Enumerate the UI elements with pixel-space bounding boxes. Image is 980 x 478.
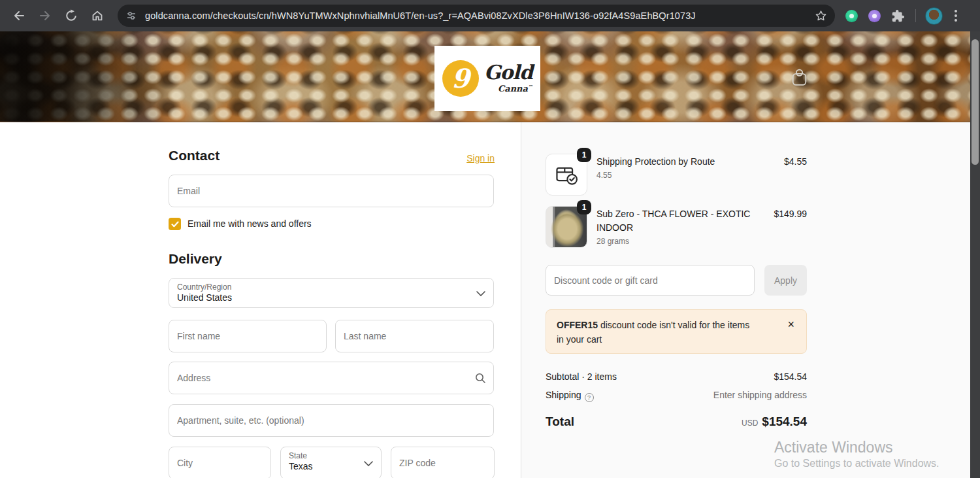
shipping-label: Shipping?: [546, 390, 594, 402]
discount-warning-banner: OFFER15 discount code isn't valid for th…: [546, 309, 807, 354]
item-title: Shipping Protection by Route: [596, 155, 760, 169]
email-field[interactable]: [169, 175, 494, 207]
total-row: Total USD$154.54: [546, 415, 807, 429]
address-field[interactable]: [169, 362, 494, 394]
browser-menu-icon[interactable]: [952, 7, 960, 24]
subtotal-label: Subtotal · 2 items: [546, 371, 617, 382]
item-variant: 28 grams: [596, 237, 760, 246]
address-bar[interactable]: goldcanna.com/checkouts/cn/hWN8YuTMWxNph…: [118, 5, 835, 27]
browser-toolbar: goldcanna.com/checkouts/cn/hWN8YuTMWxNph…: [0, 0, 980, 31]
apartment-field[interactable]: [169, 404, 494, 437]
chevron-down-icon: [364, 457, 373, 469]
warning-message: OFFER15 discount code isn't valid for th…: [557, 318, 759, 347]
forward-icon[interactable]: [34, 5, 56, 27]
bookmark-star-icon[interactable]: [815, 10, 827, 22]
apply-button[interactable]: Apply: [764, 265, 807, 296]
store-logo[interactable]: 9 Gold Canna™: [434, 46, 540, 111]
subtotal-value: $154.54: [774, 371, 807, 382]
country-select[interactable]: Country/Region United States: [169, 278, 494, 308]
chevron-down-icon: [476, 287, 485, 299]
zip-field[interactable]: [391, 447, 495, 478]
currency-code: USD: [742, 418, 758, 428]
site-info-icon[interactable]: [123, 7, 140, 24]
discount-code-field[interactable]: [546, 265, 755, 296]
cart-icon[interactable]: [791, 67, 808, 90]
check-icon: [171, 221, 179, 228]
cart-line-item: 1 Shipping Protection by Route 4.55 $4.5…: [546, 154, 807, 199]
shipping-value: Enter shipping address: [713, 390, 807, 400]
newsletter-checkbox[interactable]: [169, 218, 181, 230]
item-price: $149.99: [774, 209, 807, 219]
help-icon[interactable]: ?: [585, 393, 594, 402]
page: goldcanna.com/checkouts/cn/hWN8YuTMWxNph…: [0, 0, 980, 478]
back-icon[interactable]: [8, 5, 30, 27]
delivery-heading: Delivery: [169, 251, 222, 267]
activate-windows-subtext: Go to Settings to activate Windows.: [774, 458, 939, 469]
total-label: Total: [546, 415, 574, 429]
sign-in-link[interactable]: Sign in: [425, 153, 495, 163]
country-value: United States: [177, 292, 474, 305]
extension-icon-green[interactable]: [845, 10, 858, 22]
extension-icon-purple[interactable]: [868, 10, 881, 22]
quantity-badge: 1: [577, 200, 591, 214]
scrollbar[interactable]: [970, 31, 980, 478]
scrollbar-thumb[interactable]: [972, 39, 979, 165]
total-value: $154.54: [762, 415, 807, 428]
logo-brand-top: Gold: [484, 63, 532, 82]
profile-avatar[interactable]: [925, 7, 943, 25]
shipping-row: Shipping? Enter shipping address: [546, 390, 807, 402]
extension-glyph: [849, 14, 854, 18]
close-icon[interactable]: ×: [787, 318, 794, 330]
state-label: State: [289, 451, 361, 460]
home-icon[interactable]: [86, 5, 108, 27]
contact-heading: Contact: [169, 148, 220, 163]
extensions-puzzle-icon[interactable]: [891, 9, 905, 23]
extension-glyph: [872, 14, 877, 18]
country-label: Country/Region: [177, 282, 474, 292]
url-text[interactable]: goldcanna.com/checkouts/cn/hWN8YuTMWxNph…: [145, 10, 808, 21]
quantity-badge: 1: [577, 148, 591, 162]
activate-windows-watermark: Activate Windows: [774, 439, 893, 456]
subtotal-row: Subtotal · 2 items $154.54: [546, 371, 807, 382]
logo-monogram: 9: [442, 60, 479, 97]
state-select[interactable]: State Texas: [280, 447, 382, 478]
item-variant: 4.55: [596, 171, 760, 180]
reload-icon[interactable]: [60, 5, 82, 27]
logo-wordmark: Gold Canna™: [484, 63, 532, 94]
item-title: Sub Zero - THCA FLOWER - EXOTIC INDOOR: [596, 207, 760, 235]
cart-line-item: 1 Sub Zero - THCA FLOWER - EXOTIC INDOOR…: [546, 206, 807, 258]
first-name-field[interactable]: [169, 320, 327, 352]
header-banner: 9 Gold Canna™: [0, 31, 970, 122]
total-value-group: USD$154.54: [742, 415, 807, 429]
last-name-field[interactable]: [335, 320, 494, 352]
logo-brand-bottom: Canna™: [498, 84, 532, 94]
toolbar-divider: [915, 9, 916, 22]
newsletter-label: Email me with news and offers: [188, 218, 312, 229]
state-value: Texas: [289, 460, 361, 473]
city-field[interactable]: [169, 447, 271, 478]
item-price: $4.55: [784, 156, 807, 167]
